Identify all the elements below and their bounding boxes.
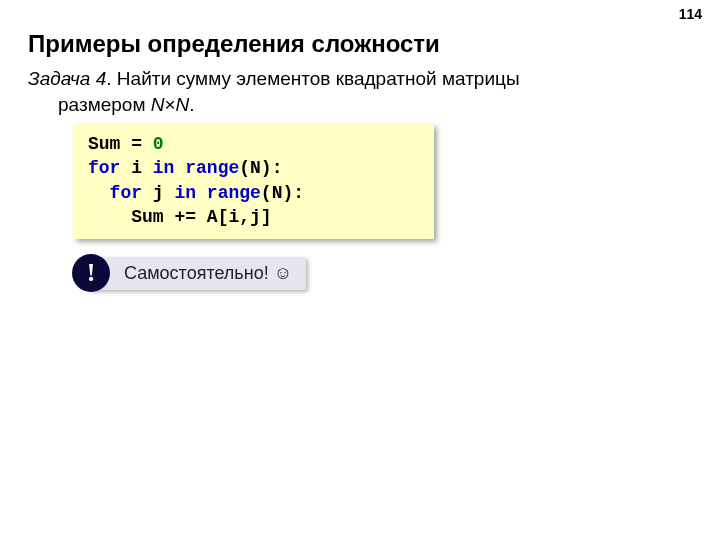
task-suffix: .: [189, 94, 194, 115]
task-n1: N: [151, 94, 165, 115]
task-label: Задача 4: [28, 68, 106, 89]
code-l2e: range: [185, 158, 239, 178]
code-l3e: range: [207, 183, 261, 203]
code-l3b: j: [142, 183, 174, 203]
code-l4a: Sum += A[i,j]: [131, 207, 271, 227]
code-l2d: [174, 158, 185, 178]
page-number: 114: [679, 6, 702, 22]
task-n2: N: [176, 94, 190, 115]
note: ! Самостоятельно! ☺: [72, 254, 306, 292]
code-l2f: (N):: [239, 158, 282, 178]
code-l2a: for: [88, 158, 120, 178]
code-block: Sum = 0 for i in range(N): for j in rang…: [74, 124, 434, 239]
task-size-prefix: размером: [58, 94, 151, 115]
code-l3f: (N):: [261, 183, 304, 203]
code-l2c: in: [153, 158, 175, 178]
code-l3a: for: [110, 183, 142, 203]
code-l3pad: [88, 183, 110, 203]
exclamation-icon: !: [72, 254, 110, 292]
code-l1b: =: [120, 134, 152, 154]
code-l3c: in: [174, 183, 196, 203]
task-times: ×: [164, 94, 175, 115]
code-l1c: 0: [153, 134, 164, 154]
code-l4pad: [88, 207, 131, 227]
code-l3d: [196, 183, 207, 203]
code-l1a: Sum: [88, 134, 120, 154]
code-l2b: i: [120, 158, 152, 178]
page-title: Примеры определения сложности: [28, 30, 440, 58]
task-body-1: . Найти сумму элементов квадратной матри…: [106, 68, 519, 89]
task-text: Задача 4. Найти сумму элементов квадратн…: [28, 66, 660, 117]
task-body-2: размером N×N.: [28, 92, 195, 118]
note-text: Самостоятельно! ☺: [88, 257, 306, 290]
